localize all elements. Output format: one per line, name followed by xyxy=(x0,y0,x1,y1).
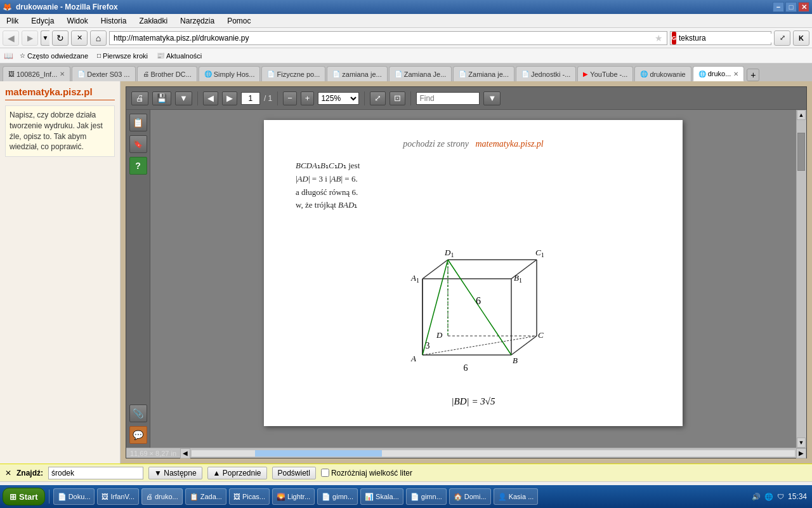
hscroll-thumb[interactable] xyxy=(255,450,382,457)
scroll-track[interactable] xyxy=(797,120,806,438)
main-layout: matematyka.pisz.pl Napisz, czy dobrze dz… xyxy=(0,81,812,464)
pdf-sep4 xyxy=(410,91,411,105)
back-split-button[interactable]: ▼ xyxy=(41,30,49,46)
menu-widok[interactable]: Widok xyxy=(63,15,91,27)
tab-simply[interactable]: 🌐 Simply Hos... xyxy=(199,66,261,81)
tab-label-100826: 100826_Inf... xyxy=(16,70,57,78)
pdf-link-button[interactable]: 📎 xyxy=(129,404,147,422)
forward-button[interactable]: ▶ xyxy=(22,30,38,46)
bookmark-czesto[interactable]: ☆ Często odwiedzane xyxy=(17,51,91,61)
shield-icon[interactable]: 🛡 xyxy=(777,493,784,500)
taskbar-item-druko[interactable]: 🖨 druko... xyxy=(141,488,183,505)
tab-brother[interactable]: 🖨 Brother DC... xyxy=(137,66,197,81)
pdf-zoom-in-button[interactable]: + xyxy=(301,91,315,105)
pdf-help-button[interactable]: ? xyxy=(129,157,147,175)
menu-narzedzia[interactable]: Narzędzia xyxy=(176,15,218,27)
taskbar-icon-druko: 🖨 xyxy=(146,493,153,500)
time-display: 15:34 xyxy=(788,492,807,501)
network-icon[interactable]: 🌐 xyxy=(764,493,773,501)
tab-close-drukowanie2[interactable]: ✕ xyxy=(733,70,738,77)
tab-100826[interactable]: 🖼 100826_Inf... ✕ xyxy=(3,66,70,81)
vertical-scrollbar[interactable]: ▲ ▼ xyxy=(796,110,806,448)
tab-jednostki[interactable]: 📄 Jednostki -... xyxy=(516,66,576,81)
hscroll-right-button[interactable]: ▶ xyxy=(796,448,806,458)
maximize-button[interactable]: □ xyxy=(785,2,797,12)
pdf-find-button[interactable]: ▼ xyxy=(483,91,501,105)
bookmark-pierwsze-label: Pierwsze kroki xyxy=(103,52,148,60)
start-button[interactable]: ⊞ Start xyxy=(3,488,45,505)
search-box[interactable]: G 🔍 xyxy=(670,31,771,45)
find-prev-button[interactable]: ▲ Poprzednie xyxy=(207,467,267,479)
star-icon[interactable]: ★ xyxy=(655,33,663,43)
scroll-thumb[interactable] xyxy=(797,133,805,171)
menu-pomoc[interactable]: Pomoc xyxy=(223,15,254,27)
pdf-fit-page-button[interactable]: ⊡ xyxy=(390,91,405,105)
find-matchcase-label[interactable]: Rozróżniaj wielkość liter xyxy=(321,469,412,478)
taskbar-item-kasia[interactable]: 👤 Kasia ... xyxy=(494,488,539,505)
menu-plik[interactable]: Plik xyxy=(3,15,22,27)
home-button[interactable]: ⌂ xyxy=(90,30,107,46)
tab-youtube[interactable]: ▶ YouTube -... xyxy=(577,66,633,81)
pdf-find-input[interactable] xyxy=(416,92,480,105)
tab-zamiana1[interactable]: 📄 zamiana je... xyxy=(327,66,387,81)
taskbar-item-doku[interactable]: 📄 Doku... xyxy=(53,488,95,505)
tab-label-jednostki: Jednostki -... xyxy=(531,70,570,78)
pdf-zoom-select[interactable]: 125% 100% 75% xyxy=(318,92,359,105)
tab-fizyczne[interactable]: 📄 Fizyczne po... xyxy=(261,66,325,81)
pdf-page-area[interactable]: pochodzi ze strony matematyka.pisz.pl BC… xyxy=(150,110,796,448)
menu-historia[interactable]: Historia xyxy=(97,15,131,27)
pdf-comment-button[interactable]: 💬 xyxy=(129,426,147,444)
k-button[interactable]: K xyxy=(793,30,809,46)
geometry-figure: 6 3 6 D1 C1 A1 B1 D xyxy=(384,218,562,390)
tab-add-button[interactable]: + xyxy=(747,69,759,81)
taskbar-item-domi[interactable]: 🏠 Domi... xyxy=(449,488,491,505)
pdf-page-input[interactable] xyxy=(241,92,260,105)
pdf-fit-width-button[interactable]: ⤢ xyxy=(370,91,386,105)
taskbar-item-skala[interactable]: 📊 Skala... xyxy=(360,488,403,505)
tab-dexter[interactable]: 📄 Dexter S03 ... xyxy=(72,66,135,81)
taskbar-item-picas[interactable]: 🖼 Picas... xyxy=(229,488,270,505)
address-input[interactable] xyxy=(114,34,655,43)
pdf-options-button[interactable]: ▼ xyxy=(175,91,192,105)
reload-button[interactable]: ↻ xyxy=(52,30,69,46)
taskbar-item-lightr[interactable]: 🌄 Lightr... xyxy=(272,488,315,505)
taskbar-item-gimn1[interactable]: 📄 gimn... xyxy=(317,488,358,505)
find-next-button[interactable]: ▼ Następne xyxy=(148,467,202,479)
bookmark-aktualnosci[interactable]: 📰 Aktualności xyxy=(154,51,204,61)
find-highlight-button[interactable]: Podświetl xyxy=(272,467,316,479)
taskbar-item-gimn2[interactable]: 📄 gimn... xyxy=(406,488,447,505)
tab-zamiana3[interactable]: 📄 Zamiana je... xyxy=(453,66,514,81)
tab-drukowanie2[interactable]: 🌐 druko... ✕ xyxy=(693,66,745,81)
address-bar[interactable]: ★ xyxy=(109,31,667,45)
tab-zamiana2[interactable]: 📄 Zamiana Je... xyxy=(389,66,452,81)
pdf-bookmarks-button[interactable]: 🔖 xyxy=(129,135,147,153)
minimize-button[interactable]: − xyxy=(773,2,784,12)
stop-button[interactable]: ✕ xyxy=(71,30,88,46)
pdf-next-page-button[interactable]: ▶ xyxy=(222,91,237,105)
find-input[interactable] xyxy=(48,467,143,479)
close-button[interactable]: ✕ xyxy=(798,2,809,12)
pdf-print-button[interactable]: 🖨 xyxy=(131,91,148,105)
hscroll-track[interactable] xyxy=(192,450,795,457)
hscroll-left-button[interactable]: ◀ xyxy=(180,448,190,458)
back-button[interactable]: ◀ xyxy=(3,30,19,46)
find-matchcase-checkbox[interactable] xyxy=(321,469,329,477)
menu-zakladki[interactable]: Zakładki xyxy=(135,15,171,27)
find-close-icon[interactable]: ✕ xyxy=(5,469,11,478)
pdf-pages-button[interactable]: 📋 xyxy=(129,114,147,131)
horizontal-scrollbar[interactable]: 11,69 × 8,27 in ◀ ▶ xyxy=(126,448,806,458)
scroll-up-button[interactable]: ▲ xyxy=(797,110,806,120)
search-input[interactable] xyxy=(678,34,775,43)
fullscreen-button[interactable]: ⤢ xyxy=(774,30,790,46)
tab-drukowanie1[interactable]: 🌐 drukowanie xyxy=(634,66,691,81)
menu-edycja[interactable]: Edycja xyxy=(27,15,58,27)
pdf-zoom-out-button[interactable]: − xyxy=(283,91,297,105)
tab-close-100826[interactable]: ✕ xyxy=(60,70,65,77)
volume-icon[interactable]: 🔊 xyxy=(752,493,761,501)
pdf-prev-page-button[interactable]: ◀ xyxy=(203,91,218,105)
pdf-save-button[interactable]: 💾 xyxy=(152,91,171,105)
bookmark-pierwsze[interactable]: □ Pierwsze kroki xyxy=(95,51,150,61)
taskbar-item-irfan[interactable]: 🖼 IrfanV... xyxy=(97,488,139,505)
scroll-down-button[interactable]: ▼ xyxy=(797,438,806,448)
taskbar-item-zada[interactable]: 📋 Zada... xyxy=(185,488,226,505)
